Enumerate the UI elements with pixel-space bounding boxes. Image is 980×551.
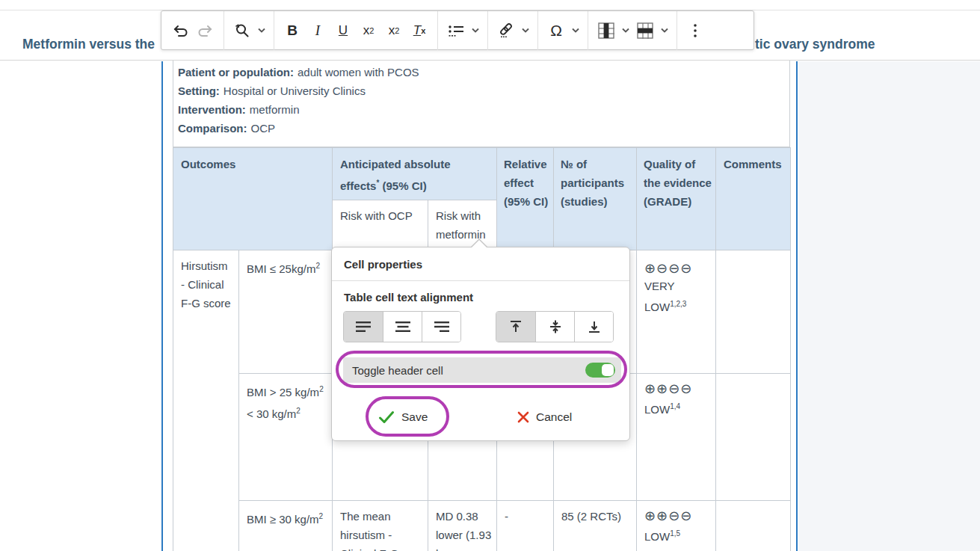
chevron-down-icon (472, 28, 479, 33)
align-bottom-icon (588, 320, 601, 333)
bmi-cell-row3[interactable]: BMI ≥ 30 kg/m2 (239, 501, 333, 551)
undo-icon (172, 24, 188, 37)
grade-cell-row3[interactable]: ⊕⊕⊖⊖ LOW1,5 (637, 501, 716, 551)
horizontal-alignment-group (343, 311, 461, 342)
align-center-button[interactable] (383, 312, 422, 342)
toolbar-separator (537, 11, 538, 50)
popup-title: Cell properties (332, 247, 629, 281)
risk-metformin-cell-row3[interactable]: MD 0.38 lower (1.93 lower (428, 501, 497, 551)
link-icon (498, 22, 514, 39)
header-anticipated-effects[interactable]: Anticipated absolute effects* (95% CI) (333, 148, 497, 200)
more-options-button[interactable] (682, 16, 708, 46)
toolbar-separator (677, 11, 677, 50)
align-bottom-button[interactable] (574, 312, 613, 342)
subheader-risk-ocp[interactable]: Risk with OCP (333, 200, 428, 250)
superscript-button[interactable]: x2 (356, 16, 381, 46)
header-comments[interactable]: Comments (716, 148, 791, 250)
grade-cell-row2[interactable]: ⊕⊕⊖⊖ LOW1,4 (637, 374, 716, 501)
table-row-button[interactable] (632, 16, 658, 46)
header-relative-effect[interactable]: Relative effect (95% CI) (497, 148, 554, 250)
alignment-controls (343, 311, 629, 342)
table-column-dropdown[interactable] (619, 16, 632, 46)
align-left-icon (356, 321, 371, 333)
more-options-icon (693, 23, 697, 38)
document-title-left-fragment: Metformin versus the (22, 37, 155, 52)
info-line-comparison: Comparison:OCP (178, 119, 782, 138)
bmi-cell-row1[interactable]: BMI ≤ 25kg/m2 (239, 250, 333, 374)
redo-button[interactable] (193, 16, 218, 46)
participants-cell-row3[interactable]: 85 (2 RCTs) (554, 501, 637, 551)
chevron-down-icon (572, 28, 579, 33)
editor-toolbar: B I U x2 x2 Tx Ω (161, 10, 754, 50)
bulleted-list-icon (448, 23, 464, 38)
align-middle-button[interactable] (535, 312, 574, 342)
table-row-icon (637, 22, 653, 39)
header-outcomes[interactable]: Outcomes (173, 148, 333, 250)
relative-effect-cell-row3[interactable]: - (497, 501, 554, 551)
toolbar-separator (274, 11, 274, 50)
chevron-down-icon (661, 28, 668, 33)
link-button[interactable] (493, 16, 519, 46)
grade-symbols: ⊕⊖⊖⊖ (644, 259, 711, 277)
header-quality[interactable]: Quality of the evidence (GRADE) (637, 148, 716, 250)
remove-format-button[interactable]: Tx (407, 16, 432, 46)
find-replace-button[interactable] (229, 16, 255, 46)
vertical-alignment-group (496, 311, 614, 342)
find-replace-icon (234, 22, 250, 39)
bmi-cell-row2[interactable]: BMI > 25 kg/m2 < 30 kg/m2 (239, 374, 333, 501)
toolbar-separator (224, 11, 224, 50)
header-participants[interactable]: № of participants (studies) (554, 148, 637, 250)
table-row-dropdown[interactable] (658, 16, 671, 46)
align-center-icon (395, 321, 410, 333)
cancel-button[interactable]: Cancel (517, 402, 572, 432)
annotation-circle-save (366, 396, 449, 437)
undo-button[interactable] (167, 16, 193, 46)
list-dropdown[interactable] (469, 16, 482, 46)
grade-symbols: ⊕⊕⊖⊖ (644, 507, 711, 525)
annotation-circle-toggle (336, 351, 627, 388)
toolbar-separator (487, 11, 488, 50)
population-info-block[interactable]: Patient or population:adult women with P… (173, 61, 790, 147)
special-characters-button[interactable]: Ω (543, 16, 569, 46)
comments-cell-row1[interactable] (716, 250, 791, 374)
align-top-icon (509, 320, 523, 333)
align-left-button[interactable] (344, 312, 383, 342)
chevron-down-icon (522, 28, 529, 33)
chevron-down-icon (622, 28, 629, 33)
toolbar-separator (437, 11, 438, 50)
find-replace-dropdown[interactable] (255, 16, 268, 46)
bulleted-list-button[interactable] (443, 16, 469, 46)
redo-icon (197, 24, 214, 37)
align-right-button[interactable] (422, 312, 460, 342)
info-line-setting: Setting:Hospital or University Clinics (178, 81, 782, 100)
chevron-down-icon (258, 28, 265, 33)
info-line-population: Patient or population:adult women with P… (178, 63, 782, 81)
comments-cell-row2[interactable] (716, 374, 791, 501)
table-selection-outline-left (161, 61, 163, 551)
table-column-icon (598, 22, 614, 39)
table-selection-outline-right (796, 61, 798, 551)
alignment-section-label: Table cell text alignment (344, 291, 629, 304)
info-line-intervention: Intervention:metformin (178, 100, 782, 119)
bold-button[interactable]: B (280, 16, 305, 46)
grade-symbols: ⊕⊕⊖⊖ (644, 380, 711, 398)
subscript-button[interactable]: x2 (381, 16, 407, 46)
x-icon (517, 411, 529, 423)
special-characters-dropdown[interactable] (569, 16, 582, 46)
editor-side-panel (798, 61, 980, 551)
document-title-right-fragment: tic ovary syndrome (755, 37, 875, 52)
align-middle-icon (549, 320, 562, 333)
align-right-icon (434, 321, 449, 333)
italic-button[interactable]: I (305, 16, 330, 46)
comments-cell-row3[interactable] (716, 501, 791, 551)
align-top-button[interactable] (496, 312, 535, 342)
link-dropdown[interactable] (519, 16, 532, 46)
popup-arrow (471, 240, 487, 248)
table-column-button[interactable] (594, 16, 619, 46)
grade-cell-row1[interactable]: ⊕⊖⊖⊖ VERY LOW1,2,3 (637, 250, 716, 374)
underline-button[interactable]: U (330, 16, 356, 46)
outcome-cell[interactable]: Hirsutism - Clinical F-G score (173, 250, 239, 551)
toolbar-separator (588, 11, 588, 50)
risk-ocp-cell-row3[interactable]: The mean hirsutism - Clinical F-G (333, 501, 428, 551)
